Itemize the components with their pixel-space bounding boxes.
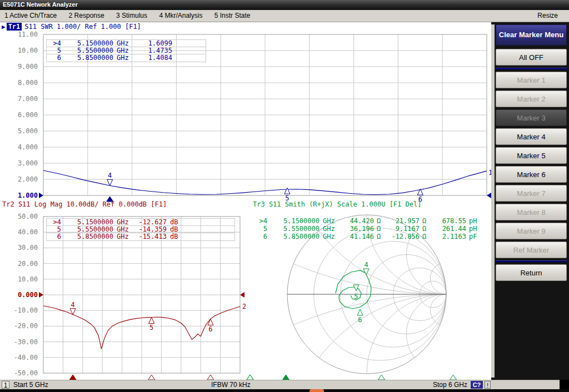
y-axis-label: 30.00 bbox=[4, 244, 38, 252]
analyzer-screen: E5071C Network Analyzer 1 Active Ch/Trac… bbox=[0, 0, 569, 392]
softkey-marker-5[interactable]: Marker 5 bbox=[496, 147, 567, 164]
menu-bar: 1 Active Ch/Trace 2 Response 3 Stimulus … bbox=[0, 10, 569, 22]
menu-resize[interactable]: Resize bbox=[537, 10, 558, 22]
alert-badge: ! bbox=[485, 381, 491, 389]
softkey-scrollbar[interactable] bbox=[491, 24, 495, 378]
y-axis-label: 10.00 bbox=[4, 47, 38, 54]
menu-instr-state[interactable]: 5 Instr State bbox=[214, 10, 251, 22]
tr3-header: Tr3 S11 Smith (R+jX) Scale 1.000U [F1 De… bbox=[253, 200, 421, 208]
softkey-all-off[interactable]: All OFF bbox=[496, 49, 567, 66]
status-bar: 1 Start 5 GHz IFBW 70 kHz Stop 6 GHz C? … bbox=[0, 380, 560, 389]
y-axis-label: 9.000 bbox=[4, 63, 38, 71]
softkey-marker-4[interactable]: Marker 4 bbox=[496, 128, 567, 145]
menu-response[interactable]: 2 Response bbox=[69, 10, 104, 22]
y-axis-label: 1.000 bbox=[4, 192, 38, 199]
channel-number-badge: 1 bbox=[2, 381, 9, 389]
tr1-label: Tr1 bbox=[7, 23, 22, 31]
y-axis-label: -20.00 bbox=[4, 322, 38, 330]
tr2-plot-area[interactable] bbox=[43, 217, 240, 373]
y-axis-label: 10.00 bbox=[4, 275, 38, 283]
ifbw-label: IFBW 70 kHz bbox=[211, 381, 251, 389]
y-axis-label: -10.00 bbox=[4, 306, 38, 314]
softkey-menu-title: Clear Marker Menu bbox=[496, 24, 567, 46]
bottom-edge bbox=[0, 389, 569, 392]
tr3-smith-plot-area[interactable] bbox=[250, 215, 489, 374]
tr2-header: Tr2 S11 Log Mag 10.00dB/ Ref 0.000dB [F1… bbox=[2, 200, 167, 208]
tr1-plot-area[interactable] bbox=[43, 34, 487, 195]
stop-frequency-label: Stop 6 GHz bbox=[433, 381, 467, 389]
menu-stimulus[interactable]: 3 Stimulus bbox=[116, 10, 147, 22]
softkey-marker-8: Marker 8 bbox=[496, 204, 567, 220]
softkey-return[interactable]: Return bbox=[496, 264, 567, 281]
y-axis-label: 3.000 bbox=[4, 159, 38, 167]
y-axis-label: 50.00 bbox=[4, 213, 38, 220]
y-axis-label: -30.00 bbox=[4, 338, 38, 346]
start-frequency-label: Start 5 GHz bbox=[13, 381, 48, 389]
y-axis-label: 8.000 bbox=[4, 79, 38, 87]
y-axis-label: 6.000 bbox=[4, 111, 38, 119]
taskbar-peek bbox=[310, 389, 324, 392]
softkey-marker-3[interactable]: Marker 3 bbox=[496, 109, 567, 126]
y-axis-label: 0.000 bbox=[4, 291, 38, 299]
softkey-ref-marker: Ref Marker bbox=[496, 242, 567, 258]
softkey-marker-7: Marker 7 bbox=[496, 185, 567, 202]
y-axis-label: 5.000 bbox=[4, 127, 38, 135]
softkey-marker-6[interactable]: Marker 6 bbox=[496, 166, 567, 183]
softkey-marker-2: Marker 2 bbox=[496, 91, 567, 107]
y-axis-label: 20.00 bbox=[4, 260, 38, 268]
menu-mkr-analysis[interactable]: 4 Mkr/Analysis bbox=[159, 10, 202, 22]
softkey-marker-9: Marker 9 bbox=[496, 223, 567, 239]
window-titlebar[interactable]: E5071C Network Analyzer bbox=[0, 0, 569, 10]
softkey-marker-1: Marker 1 bbox=[496, 72, 567, 88]
softkey-separator bbox=[496, 68, 567, 69]
y-axis-label: 7.000 bbox=[4, 95, 38, 103]
y-axis-label: 4.000 bbox=[4, 143, 38, 151]
y-axis-label: 2.000 bbox=[4, 175, 38, 183]
y-axis-label: 40.00 bbox=[4, 228, 38, 236]
active-trace-arrow-icon: ▶ bbox=[2, 23, 6, 31]
softkey-panel: Clear Marker Menu All OFF Marker 1 Marke… bbox=[491, 22, 569, 380]
y-axis-label: -50.00 bbox=[4, 369, 38, 377]
cal-status-badge: C? bbox=[471, 381, 483, 389]
window-title: E5071C Network Analyzer bbox=[3, 1, 78, 8]
tr1-header: ▶Tr1S11 SWR 1.000/ Ref 1.000 [F1] bbox=[2, 23, 141, 31]
softkey-separator bbox=[496, 260, 567, 262]
menu-active-ch-trace[interactable]: 1 Active Ch/Trace bbox=[4, 10, 57, 22]
tr1-format: S11 SWR 1.000/ Ref 1.000 [F1] bbox=[24, 23, 141, 31]
y-axis-label: -40.00 bbox=[4, 354, 38, 361]
y-axis-label: 11.00 bbox=[4, 31, 38, 38]
